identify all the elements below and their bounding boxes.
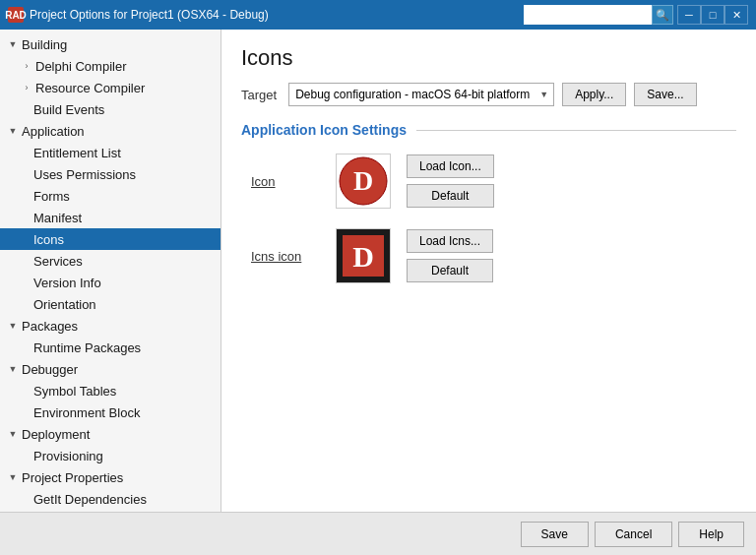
maximize-button[interactable]: □ [701,5,724,25]
sidebar-item-version-info[interactable]: Version Info [0,272,220,293]
sidebar-item-packages[interactable]: ▼Packages [0,315,220,337]
sidebar-item-provisioning[interactable]: Provisioning [0,445,220,466]
help-button[interactable]: Help [678,522,744,547]
sidebar-label-project-properties: Project Properties [22,470,123,485]
expand-icon-debugger: ▼ [6,362,20,376]
sidebar-item-getit-dependencies[interactable]: GetIt Dependencies [0,488,220,510]
sidebar-item-building[interactable]: ▼Building [0,33,220,55]
icns-action-buttons: Load Icns... Default [407,229,493,282]
sidebar-item-forms[interactable]: Forms [0,185,220,207]
panel-title: Icons [241,45,736,71]
sidebar-label-manifest: Manifest [33,211,82,225]
sidebar: ▼Building›Delphi Compiler›Resource Compi… [0,30,221,512]
main-content: ▼Building›Delphi Compiler›Resource Compi… [0,30,756,512]
sidebar-label-building: Building [22,37,67,52]
sidebar-label-delphi-compiler: Delphi Compiler [35,59,126,74]
save-config-button[interactable]: Save... [634,83,696,106]
default-icns-button[interactable]: Default [407,259,493,282]
sidebar-label-getit-dependencies: GetIt Dependencies [33,492,147,507]
expand-icon-packages: ▼ [6,319,20,333]
icon-label: Icon [251,174,320,189]
icns-svg: D [339,231,388,280]
target-select-wrapper: Debug configuration - macOS 64-bit platf… [288,83,554,106]
sidebar-item-project-properties[interactable]: ▼Project Properties [0,466,220,488]
sidebar-label-provisioning: Provisioning [33,449,103,463]
sidebar-item-services[interactable]: Services [0,250,220,272]
load-icon-button[interactable]: Load Icon... [407,154,494,178]
sidebar-label-build-events: Build Events [33,102,104,117]
icon-preview: D [336,154,391,209]
icns-label: Icns icon [251,249,320,264]
sidebar-label-debugger: Debugger [22,362,78,377]
target-row: Target Debug configuration - macOS 64-bi… [241,83,736,106]
section-title: Application Icon Settings [241,122,407,138]
sidebar-item-icons[interactable]: Icons [0,228,220,250]
expand-icon-application: ▼ [6,124,20,138]
sidebar-label-forms: Forms [33,189,70,204]
sidebar-item-application[interactable]: ▼Application [0,120,220,142]
window-title: Project Options for Project1 (OSX64 - De… [30,8,524,22]
default-icon-button[interactable]: Default [407,184,494,208]
target-select[interactable]: Debug configuration - macOS 64-bit platf… [288,83,554,106]
sidebar-label-uses-permissions: Uses Permissions [33,167,136,182]
sidebar-label-version-info: Version Info [33,276,101,290]
app-icon: RAD [8,7,24,23]
sidebar-item-uses-permissions[interactable]: Uses Permissions [0,163,220,185]
expand-icon-delphi-compiler: › [20,59,33,73]
expand-icon-deployment: ▼ [6,427,20,441]
icns-preview: D [336,228,391,283]
sidebar-item-manifest[interactable]: Manifest [0,207,220,228]
section-header: Application Icon Settings [241,122,736,138]
save-button[interactable]: Save [521,522,589,547]
sidebar-item-delphi-compiler[interactable]: ›Delphi Compiler [0,55,220,77]
section-divider [416,130,736,131]
expand-icon-project-properties: ▼ [6,470,20,484]
load-icns-button[interactable]: Load Icns... [407,229,493,253]
sidebar-item-deployment[interactable]: ▼Deployment [0,423,220,445]
icon-row-icon: Icon D Load Icon... Default [251,154,736,209]
sidebar-item-build-events[interactable]: Build Events [0,98,220,120]
sidebar-label-icons: Icons [33,232,64,247]
icon-action-buttons: Load Icon... Default [407,154,494,208]
sidebar-item-entitlement-list[interactable]: Entitlement List [0,142,220,163]
sidebar-label-services: Services [33,254,83,269]
cancel-button[interactable]: Cancel [595,522,672,547]
svg-text:D: D [353,165,373,196]
sidebar-label-entitlement-list: Entitlement List [33,146,121,160]
right-panel: Icons Target Debug configuration - macOS… [221,30,756,512]
icon-svg: D [339,156,388,206]
title-bar: RAD Project Options for Project1 (OSX64 … [0,0,756,30]
close-button[interactable]: ✕ [724,5,748,25]
svg-text:D: D [352,240,374,273]
sidebar-label-orientation: Orientation [33,297,96,312]
sidebar-item-debugger[interactable]: ▼Debugger [0,358,220,380]
expand-icon-resource-compiler: › [20,81,33,94]
sidebar-item-environment-block[interactable]: Environment Block [0,401,220,423]
target-label: Target [241,88,277,102]
search-button[interactable]: 🔍 [652,5,673,25]
sidebar-item-resource-compiler[interactable]: ›Resource Compiler [0,77,220,98]
sidebar-item-runtime-packages[interactable]: Runtime Packages [0,337,220,358]
title-search-input[interactable] [524,5,652,25]
sidebar-label-packages: Packages [22,319,78,334]
sidebar-label-resource-compiler: Resource Compiler [35,81,145,95]
sidebar-label-application: Application [22,124,85,139]
sidebar-item-symbol-tables[interactable]: Symbol Tables [0,380,220,401]
icon-settings: Icon D Load Icon... Default Icns icon [241,154,736,283]
sidebar-label-environment-block: Environment Block [33,405,140,420]
minimize-button[interactable]: ─ [677,5,701,25]
icon-row-icns: Icns icon D Load Icns... Default [251,228,736,283]
bottom-bar: Save Cancel Help [0,512,756,555]
sidebar-label-deployment: Deployment [22,427,90,442]
expand-icon-building: ▼ [6,37,20,51]
sidebar-label-symbol-tables: Symbol Tables [33,384,116,399]
sidebar-item-orientation[interactable]: Orientation [0,293,220,315]
sidebar-label-runtime-packages: Runtime Packages [33,340,141,355]
apply-button[interactable]: Apply... [562,83,626,106]
